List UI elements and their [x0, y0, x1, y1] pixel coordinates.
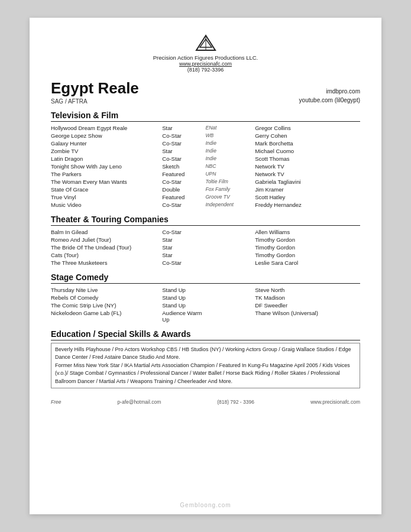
table-row: Nickelodeon Game Lab (FL)Audience Warm U… — [51, 309, 360, 323]
footer-website: www.precisionafc.com — [310, 399, 360, 405]
logo-icon — [195, 34, 216, 52]
actor-name: Egypt Reale — [51, 80, 139, 97]
table-row: The Comic Strip Live (NY)Stand UpDF Swee… — [51, 301, 360, 309]
table-row: Galaxy HunterCo-StarIndieMark Borchetta — [51, 140, 360, 147]
education-text: Beverly Hills Playhouse / Pro Actors Wor… — [51, 343, 360, 389]
stage-table: Thursday Nite LiveStand UpSteve NorthReb… — [51, 286, 360, 323]
table-row: The Woman Every Man WantsCo-StarToltie F… — [51, 178, 360, 186]
watermark: Gembloong.com — [180, 502, 231, 508]
table-row: The Three MusketeersCo-StarLeslie Sara C… — [51, 259, 360, 267]
table-row: Balm In GileadCo-StarAllen Williams — [51, 228, 360, 236]
table-row: George Lopez ShowCo-StarWBGerry Cohen — [51, 132, 360, 140]
table-row: Zombie TVStarIndieMichael Cuomo — [51, 147, 360, 155]
table-row: State Of GraceDoubleFox FamilyJim Kramer — [51, 186, 360, 193]
actor-links: imdbpro.com youtube.com (lil0egypt) — [299, 87, 360, 105]
table-row: Tonight Show With Jay LenoSketchNBCNetwo… — [51, 163, 360, 170]
actor-youtube: youtube.com (lil0egypt) — [299, 96, 360, 105]
table-row: Cats (Tour)StarTimothy Gordon — [51, 251, 360, 259]
name-section: Egypt Reale SAG / AFTRA imdbpro.com yout… — [51, 80, 360, 105]
header: Precision Action Figures Productions LLC… — [51, 34, 360, 73]
footer: Free p-afe@hotmail.com (818) 792 - 3396 … — [51, 397, 360, 405]
theater-section-title: Theater & Touring Companies — [51, 215, 360, 226]
table-row: Latin DragonCo-StarIndieScott Thomas — [51, 155, 360, 163]
actor-imdb: imdbpro.com — [299, 87, 360, 96]
footer-phone: (818) 792 - 3396 — [217, 399, 254, 405]
actor-union: SAG / AFTRA — [51, 98, 139, 105]
tv-film-table: Hollywood Dream Egypt RealeStarENatGrego… — [51, 124, 360, 209]
table-row: The Bride Of The Undead (Tour)StarTimoth… — [51, 244, 360, 251]
stage-section-title: Stage Comedy — [51, 273, 360, 284]
table-row: True VinylFeaturedGroove TVScott Hatley — [51, 193, 360, 201]
footer-email: p-afe@hotmail.com — [117, 399, 161, 405]
resume-page: Precision Action Figures Productions LLC… — [30, 18, 381, 514]
table-row: Romeo And Juliet (Tour)StarTimothy Gordo… — [51, 236, 360, 244]
table-row: Rebels Of ComedyStand UpTK Madison — [51, 294, 360, 301]
table-row: The ParkersFeaturedUPNNetwork TV — [51, 170, 360, 178]
company-name: Precision Action Figures Productions LLC… — [51, 54, 360, 61]
tv-film-section-title: Television & Film — [51, 111, 360, 122]
actor-info: Egypt Reale SAG / AFTRA — [51, 80, 139, 105]
company-phone: (818) 792-3396 — [51, 67, 360, 73]
footer-free: Free — [51, 399, 61, 405]
table-row: Hollywood Dream Egypt RealeStarENatGrego… — [51, 124, 360, 132]
company-website: www.precisionafc.com — [51, 61, 360, 67]
table-row: Thursday Nite LiveStand UpSteve North — [51, 286, 360, 294]
theater-table: Balm In GileadCo-StarAllen WilliamsRomeo… — [51, 228, 360, 267]
education-section-title: Education / Special Skills & Awards — [51, 329, 360, 340]
table-row: Music VideoCo-StarIndependentFreddy Hern… — [51, 201, 360, 209]
